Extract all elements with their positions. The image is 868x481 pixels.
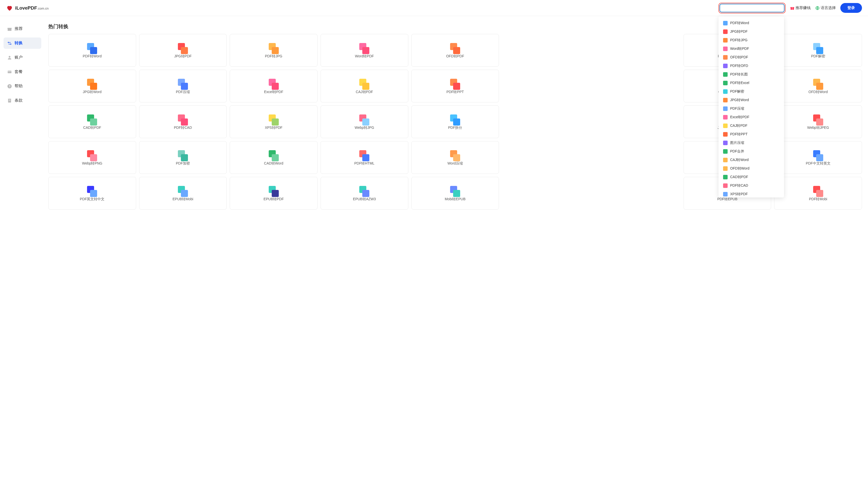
tool-card[interactable]: OFD转PDF bbox=[411, 34, 499, 67]
dropdown-item-label: OFD转Word bbox=[730, 166, 749, 171]
tool-card[interactable]: PDF转HTML bbox=[320, 141, 408, 174]
tool-card[interactable]: JPG转Word bbox=[48, 70, 136, 102]
gift-icon bbox=[7, 26, 12, 31]
dropdown-item[interactable]: OFD转PDF bbox=[718, 53, 784, 62]
dropdown-item-icon bbox=[723, 64, 727, 68]
sidebar-item-receipt[interactable]: 条款 bbox=[3, 95, 41, 106]
sidebar-item-gift[interactable]: 推荐 bbox=[3, 23, 41, 34]
tool-label: PDF转EPUB bbox=[717, 197, 737, 201]
tool-label: CAD转Word bbox=[264, 161, 283, 166]
svg-rect-12 bbox=[9, 99, 10, 100]
tool-icon bbox=[268, 43, 280, 54]
tool-card[interactable]: JPG转PDF bbox=[139, 34, 227, 67]
dropdown-item[interactable]: XPS转PDF bbox=[718, 190, 784, 197]
tool-icon bbox=[358, 150, 370, 161]
dropdown-item[interactable]: PDF转长图 bbox=[718, 70, 784, 79]
dropdown-item-label: PDF转OFD bbox=[730, 64, 748, 68]
dropdown-item-icon bbox=[723, 124, 727, 128]
sidebar-item-help[interactable]: ?帮助 bbox=[3, 81, 41, 92]
receipt-icon bbox=[7, 98, 12, 103]
dropdown-item[interactable]: JPG转PDF bbox=[718, 27, 784, 36]
tool-card[interactable]: PDF中文转英文 bbox=[774, 141, 862, 174]
tool-icon bbox=[449, 186, 461, 197]
dropdown-item[interactable]: OFD转Word bbox=[718, 164, 784, 173]
tool-card[interactable]: Webp转JPG bbox=[320, 105, 408, 138]
tool-label: PDF中文转英文 bbox=[806, 161, 831, 166]
tool-card[interactable]: Webp转PNG bbox=[48, 141, 136, 174]
dropdown-item[interactable]: PDF转Word bbox=[718, 19, 784, 27]
tool-card[interactable]: PDF拆分 bbox=[411, 105, 499, 138]
help-icon: ? bbox=[7, 84, 12, 89]
dropdown-item[interactable]: PDF转PPT bbox=[718, 130, 784, 139]
tool-card[interactable]: Webp转JPEG bbox=[774, 105, 862, 138]
dropdown-item[interactable]: CAJ转PDF bbox=[718, 122, 784, 130]
tool-card[interactable]: PDF英文转中文 bbox=[48, 177, 136, 210]
tool-icon bbox=[86, 115, 98, 126]
dropdown-item[interactable]: 图片压缩 bbox=[718, 139, 784, 147]
tool-icon bbox=[358, 115, 370, 126]
dropdown-item-label: Excel转PDF bbox=[730, 115, 749, 120]
sidebar-item-user[interactable]: 账户 bbox=[3, 52, 41, 63]
tool-card[interactable]: PDF转Word bbox=[48, 34, 136, 67]
dropdown-item-label: Word转PDF bbox=[730, 46, 749, 51]
tool-icon bbox=[86, 150, 98, 161]
dropdown-item-icon bbox=[723, 38, 727, 42]
dropdown-item[interactable]: PDF转CAD bbox=[718, 181, 784, 190]
dropdown-item-icon bbox=[723, 166, 727, 171]
tool-label: PDF转JPG bbox=[265, 54, 282, 59]
tool-card[interactable]: PDF解密 bbox=[774, 34, 862, 67]
tool-card[interactable]: PDF压缩 bbox=[139, 70, 227, 102]
dropdown-item[interactable]: Excel转PDF bbox=[718, 113, 784, 122]
sidebar-item-card[interactable]: 套餐 bbox=[3, 66, 41, 77]
tool-label: CAD转PDF bbox=[83, 126, 101, 130]
tool-card[interactable]: OFD转Word bbox=[774, 70, 862, 102]
sidebar-item-label: 套餐 bbox=[14, 69, 23, 74]
tool-card[interactable]: PDF加密 bbox=[139, 141, 227, 174]
dropdown-item[interactable]: CAJ转Word bbox=[718, 156, 784, 164]
tool-label: EPUB转PDF bbox=[264, 197, 284, 201]
search-input[interactable] bbox=[719, 4, 784, 12]
tool-icon bbox=[177, 43, 189, 54]
tool-icon bbox=[449, 115, 461, 126]
tool-label: PDF转HTML bbox=[354, 161, 374, 166]
svg-rect-8 bbox=[8, 71, 11, 72]
tool-card[interactable]: Word压缩 bbox=[411, 141, 499, 174]
tool-card[interactable]: PDF转JPG bbox=[230, 34, 317, 67]
tool-label: OFD转Word bbox=[808, 90, 828, 94]
login-button[interactable]: 登录 bbox=[840, 3, 862, 13]
recommend-earn-link[interactable]: 推荐赚钱 bbox=[790, 5, 811, 10]
svg-rect-13 bbox=[9, 100, 10, 101]
language-select-link[interactable]: 语言选择 bbox=[815, 5, 836, 10]
tool-card[interactable]: PDF转Mobi bbox=[774, 177, 862, 210]
dropdown-item[interactable]: JPG转Word bbox=[718, 96, 784, 104]
tool-card[interactable]: CAJ转PDF bbox=[320, 70, 408, 102]
tool-card[interactable]: PDF转CAD bbox=[139, 105, 227, 138]
tool-icon bbox=[449, 43, 461, 54]
dropdown-item[interactable]: PDF解密 bbox=[718, 87, 784, 96]
tool-label: JPG转PDF bbox=[174, 54, 191, 59]
tool-card[interactable]: Word转PDF bbox=[320, 34, 408, 67]
svg-rect-4 bbox=[8, 28, 11, 31]
tool-icon bbox=[812, 186, 824, 197]
tool-card[interactable]: CAD转PDF bbox=[48, 105, 136, 138]
tool-card[interactable]: EPUB转PDF bbox=[230, 177, 317, 210]
tool-card[interactable]: Mobi转EPUB bbox=[411, 177, 499, 210]
tool-card[interactable]: EPUB转Mobi bbox=[139, 177, 227, 210]
dropdown-item[interactable]: PDF转OFD bbox=[718, 62, 784, 70]
tool-card[interactable]: XPS转PDF bbox=[230, 105, 317, 138]
dropdown-item[interactable]: Word转PDF bbox=[718, 44, 784, 53]
tool-card[interactable]: PDF转PPT bbox=[411, 70, 499, 102]
dropdown-item[interactable]: PDF合并 bbox=[718, 147, 784, 156]
dropdown-item[interactable]: PDF转JPG bbox=[718, 36, 784, 44]
sidebar: 推荐转换账户套餐?帮助条款 bbox=[0, 16, 45, 220]
dropdown-item[interactable]: PDF转Excel bbox=[718, 79, 784, 87]
dropdown-item[interactable]: CAD转PDF bbox=[718, 173, 784, 181]
tool-icon bbox=[812, 79, 824, 90]
tool-card[interactable]: EPUB转AZW3 bbox=[320, 177, 408, 210]
logo[interactable]: iLovePDF.com.cn bbox=[6, 4, 49, 11]
sidebar-item-swap[interactable]: 转换 bbox=[3, 37, 41, 49]
tool-card[interactable]: CAD转Word bbox=[230, 141, 317, 174]
tool-card[interactable]: Excel转PDF bbox=[230, 70, 317, 102]
dropdown-item[interactable]: PDF压缩 bbox=[718, 104, 784, 113]
dropdown-item-icon bbox=[723, 140, 727, 145]
